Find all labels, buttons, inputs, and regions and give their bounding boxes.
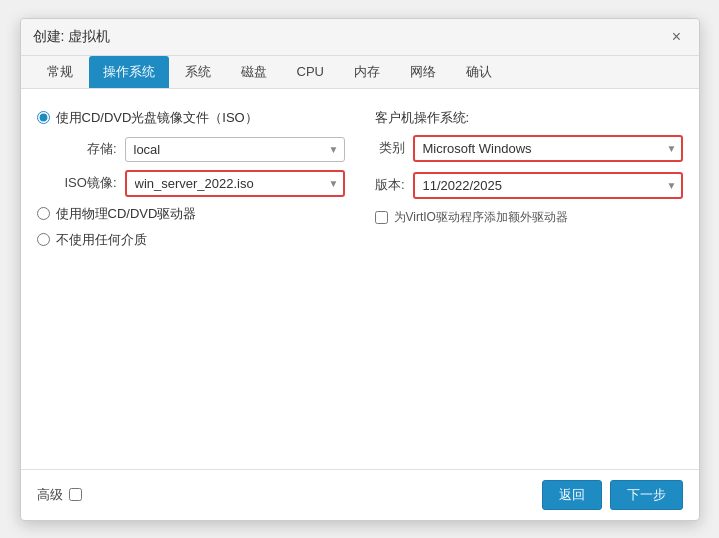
iso-option-label: 使用CD/DVD光盘镜像文件（ISO）: [56, 109, 258, 127]
title-bar: 创建: 虚拟机 ×: [21, 19, 699, 56]
iso-label: ISO镜像:: [57, 174, 117, 192]
virtio-checkbox[interactable]: [375, 211, 388, 224]
category-label: 类别: [375, 139, 405, 157]
iso-row: ISO镜像: win_server_2022.iso ▼: [57, 170, 345, 197]
footer: 高级 返回 下一步: [21, 469, 699, 520]
tab-network[interactable]: 网络: [396, 56, 450, 88]
tab-general[interactable]: 常规: [33, 56, 87, 88]
virtio-row: 为VirtIO驱动程序添加额外驱动器: [375, 209, 683, 226]
iso-select-wrapper: win_server_2022.iso ▼: [125, 170, 345, 197]
version-row: 版本: 11/2022/2025 ▼: [375, 172, 683, 199]
no-media-option[interactable]: 不使用任何介质: [37, 231, 345, 249]
storage-label: 存储:: [57, 140, 117, 158]
right-section: 客户机操作系统: 类别 Microsoft Windows ▼ 版本:: [375, 109, 683, 257]
next-button[interactable]: 下一步: [610, 480, 683, 510]
close-button[interactable]: ×: [667, 27, 687, 47]
advanced-checkbox[interactable]: [69, 488, 82, 501]
tab-system[interactable]: 系统: [171, 56, 225, 88]
storage-row: 存储: local ▼: [57, 137, 345, 162]
version-select[interactable]: 11/2022/2025: [413, 172, 683, 199]
back-button[interactable]: 返回: [542, 480, 602, 510]
advanced-label: 高级: [37, 486, 63, 504]
virtio-label: 为VirtIO驱动程序添加额外驱动器: [394, 209, 568, 226]
category-select[interactable]: Microsoft Windows: [413, 135, 683, 162]
advanced-section: 高级: [37, 486, 82, 504]
version-label: 版本:: [375, 176, 405, 194]
storage-select[interactable]: local: [125, 137, 345, 162]
tab-confirm[interactable]: 确认: [452, 56, 506, 88]
no-media-radio[interactable]: [37, 233, 50, 246]
tab-os[interactable]: 操作系统: [89, 56, 169, 88]
storage-select-wrapper: local ▼: [125, 137, 345, 162]
physical-radio[interactable]: [37, 207, 50, 220]
physical-option-label: 使用物理CD/DVD驱动器: [56, 205, 197, 223]
content-area: 使用CD/DVD光盘镜像文件（ISO） 存储: local ▼ ISO镜像:: [21, 89, 699, 469]
category-row: 类别 Microsoft Windows ▼: [375, 135, 683, 162]
tab-cpu[interactable]: CPU: [283, 57, 338, 86]
guest-os-label: 客户机操作系统:: [375, 109, 683, 127]
iso-select[interactable]: win_server_2022.iso: [125, 170, 345, 197]
tab-bar: 常规 操作系统 系统 磁盘 CPU 内存 网络 确认: [21, 56, 699, 89]
iso-radio[interactable]: [37, 111, 50, 124]
tab-disk[interactable]: 磁盘: [227, 56, 281, 88]
no-media-option-label: 不使用任何介质: [56, 231, 147, 249]
iso-option[interactable]: 使用CD/DVD光盘镜像文件（ISO）: [37, 109, 345, 127]
physical-option[interactable]: 使用物理CD/DVD驱动器: [37, 205, 345, 223]
tab-memory[interactable]: 内存: [340, 56, 394, 88]
category-select-wrapper: Microsoft Windows ▼: [413, 135, 683, 162]
version-select-wrapper: 11/2022/2025 ▼: [413, 172, 683, 199]
left-section: 使用CD/DVD光盘镜像文件（ISO） 存储: local ▼ ISO镜像:: [37, 109, 345, 257]
dialog: 创建: 虚拟机 × 常规 操作系统 系统 磁盘 CPU 内存 网络 确认 使用C…: [20, 18, 700, 521]
dialog-title: 创建: 虚拟机: [33, 28, 111, 46]
